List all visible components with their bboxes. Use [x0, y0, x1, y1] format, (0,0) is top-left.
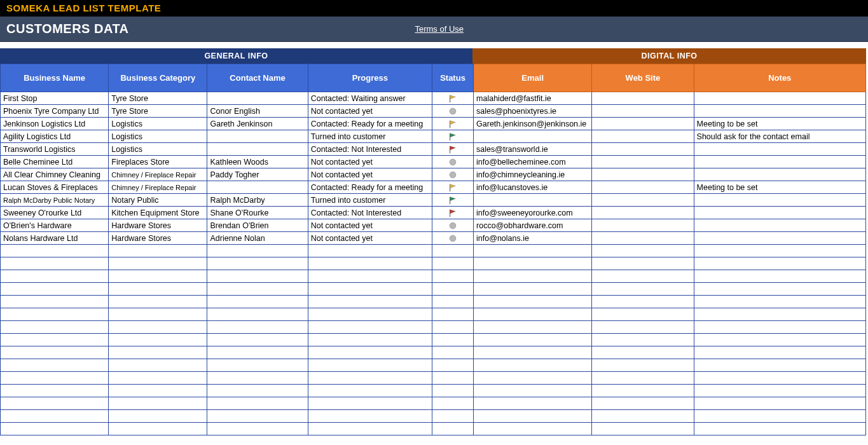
- cell-email[interactable]: sales@phoenixtyres.ie: [474, 105, 592, 118]
- table-row[interactable]: [1, 270, 866, 283]
- empty-cell[interactable]: [207, 245, 308, 257]
- empty-cell[interactable]: [1, 423, 109, 435]
- empty-cell[interactable]: [308, 346, 432, 359]
- empty-cell[interactable]: [109, 397, 207, 410]
- table-row[interactable]: All Clear Chimney CleaningChimney / Fire…: [1, 168, 866, 181]
- cell-status[interactable]: [432, 232, 473, 245]
- empty-cell[interactable]: [432, 372, 473, 385]
- table-row[interactable]: Ralph McDarby Public NotaryNotary Public…: [1, 194, 866, 207]
- empty-cell[interactable]: [694, 385, 865, 397]
- empty-cell[interactable]: [694, 372, 865, 385]
- empty-cell[interactable]: [207, 372, 308, 385]
- cell-business-category[interactable]: Tyre Store: [109, 105, 207, 118]
- empty-cell[interactable]: [109, 359, 207, 372]
- cell-website[interactable]: [592, 118, 694, 130]
- cell-business-name[interactable]: Lucan Stoves & Fireplaces: [1, 181, 109, 194]
- table-row[interactable]: [1, 372, 866, 385]
- cell-progress[interactable]: Not contacted yet: [308, 156, 432, 168]
- cell-website[interactable]: [592, 143, 694, 156]
- cell-website[interactable]: [592, 105, 694, 118]
- cell-contact-name[interactable]: Adrienne Nolan: [207, 232, 308, 245]
- empty-cell[interactable]: [207, 385, 308, 397]
- empty-cell[interactable]: [592, 385, 694, 397]
- cell-status[interactable]: [432, 156, 473, 168]
- table-row[interactable]: [1, 385, 866, 397]
- table-row[interactable]: First StopTyre StoreContacted: Waiting a…: [1, 92, 866, 105]
- cell-email[interactable]: [474, 194, 592, 207]
- empty-cell[interactable]: [474, 245, 592, 257]
- empty-cell[interactable]: [207, 257, 308, 270]
- empty-cell[interactable]: [432, 321, 473, 334]
- empty-cell[interactable]: [474, 270, 592, 283]
- empty-cell[interactable]: [1, 245, 109, 257]
- empty-cell[interactable]: [694, 296, 865, 308]
- cell-notes[interactable]: [694, 156, 865, 168]
- empty-cell[interactable]: [474, 423, 592, 435]
- col-business-category[interactable]: Business Category: [109, 64, 207, 92]
- empty-cell[interactable]: [592, 410, 694, 423]
- empty-cell[interactable]: [694, 245, 865, 257]
- empty-cell[interactable]: [432, 397, 473, 410]
- cell-status[interactable]: [432, 118, 473, 130]
- empty-cell[interactable]: [694, 346, 865, 359]
- cell-business-name[interactable]: First Stop: [1, 92, 109, 105]
- empty-cell[interactable]: [308, 270, 432, 283]
- cell-progress[interactable]: Contacted: Waiting answer: [308, 92, 432, 105]
- empty-cell[interactable]: [592, 372, 694, 385]
- table-row[interactable]: [1, 296, 866, 308]
- table-row[interactable]: [1, 346, 866, 359]
- cell-business-name[interactable]: O'Brien's Hardware: [1, 219, 109, 232]
- cell-contact-name[interactable]: [207, 181, 308, 194]
- cell-business-category[interactable]: Hardware Stores: [109, 232, 207, 245]
- cell-business-name[interactable]: Jenkinson Logistics Ltd: [1, 118, 109, 130]
- cell-contact-name[interactable]: [207, 92, 308, 105]
- empty-cell[interactable]: [207, 308, 308, 321]
- empty-cell[interactable]: [308, 321, 432, 334]
- empty-cell[interactable]: [109, 346, 207, 359]
- cell-notes[interactable]: Meeting to be set: [694, 181, 865, 194]
- cell-website[interactable]: [592, 232, 694, 245]
- cell-business-category[interactable]: Chimney / Fireplace Repair: [109, 168, 207, 181]
- cell-notes[interactable]: Should ask for the contact email: [694, 130, 865, 143]
- cell-notes[interactable]: [694, 92, 865, 105]
- empty-cell[interactable]: [474, 372, 592, 385]
- cell-business-name[interactable]: Belle Cheminee Ltd: [1, 156, 109, 168]
- cell-business-name[interactable]: Phoenix Tyre Company Ltd: [1, 105, 109, 118]
- empty-cell[interactable]: [474, 296, 592, 308]
- empty-cell[interactable]: [109, 423, 207, 435]
- empty-cell[interactable]: [432, 385, 473, 397]
- empty-cell[interactable]: [592, 359, 694, 372]
- empty-cell[interactable]: [694, 359, 865, 372]
- empty-cell[interactable]: [1, 385, 109, 397]
- cell-email[interactable]: info@sweeneyorourke.com: [474, 207, 592, 219]
- empty-cell[interactable]: [592, 296, 694, 308]
- empty-cell[interactable]: [308, 397, 432, 410]
- table-row[interactable]: Transworld LogisticsLogisticsContacted: …: [1, 143, 866, 156]
- empty-cell[interactable]: [694, 397, 865, 410]
- cell-business-name[interactable]: Nolans Hardware Ltd: [1, 232, 109, 245]
- cell-notes[interactable]: Meeting to be set: [694, 118, 865, 130]
- cell-website[interactable]: [592, 168, 694, 181]
- empty-cell[interactable]: [694, 334, 865, 346]
- cell-business-category[interactable]: Tyre Store: [109, 92, 207, 105]
- cell-website[interactable]: [592, 219, 694, 232]
- empty-cell[interactable]: [207, 397, 308, 410]
- empty-cell[interactable]: [109, 296, 207, 308]
- empty-cell[interactable]: [1, 321, 109, 334]
- col-business-name[interactable]: Business Name: [1, 64, 109, 92]
- empty-cell[interactable]: [1, 372, 109, 385]
- col-status[interactable]: Status: [432, 64, 473, 92]
- cell-business-name[interactable]: Ralph McDarby Public Notary: [1, 194, 109, 207]
- cell-progress[interactable]: Contacted: Not Interested: [308, 207, 432, 219]
- empty-cell[interactable]: [207, 296, 308, 308]
- table-row[interactable]: [1, 397, 866, 410]
- empty-cell[interactable]: [308, 334, 432, 346]
- cell-email[interactable]: malahiderd@fastfit.ie: [474, 92, 592, 105]
- empty-cell[interactable]: [592, 308, 694, 321]
- table-row[interactable]: Agility Logistics LtdLogisticsTurned int…: [1, 130, 866, 143]
- table-row[interactable]: [1, 410, 866, 423]
- empty-cell[interactable]: [207, 346, 308, 359]
- cell-business-category[interactable]: Chimney / Fireplace Repair: [109, 181, 207, 194]
- empty-cell[interactable]: [109, 245, 207, 257]
- empty-cell[interactable]: [474, 385, 592, 397]
